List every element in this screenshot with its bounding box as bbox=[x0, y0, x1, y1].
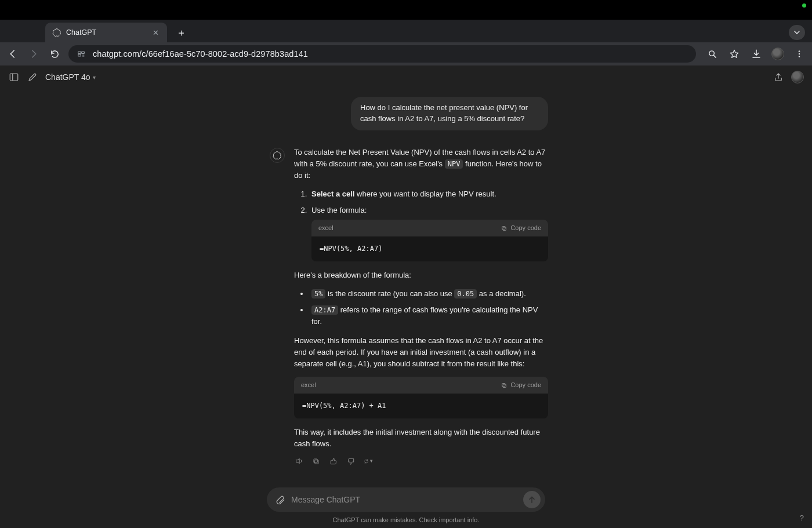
window-controls bbox=[802, 3, 806, 8]
close-tab-icon[interactable]: ✕ bbox=[151, 28, 160, 37]
step-1: Select a cell where you want to display … bbox=[309, 188, 548, 200]
step-2: Use the formula: excel Copy code =NPV(5%… bbox=[309, 205, 548, 261]
svg-point-3 bbox=[709, 50, 714, 56]
tab-title: ChatGPT bbox=[66, 28, 146, 37]
inline-code-range: A2:A7 bbox=[311, 305, 338, 315]
code-header-2: excel Copy code bbox=[294, 377, 548, 394]
reload-button[interactable] bbox=[48, 47, 61, 61]
chevron-down-icon: ▾ bbox=[93, 74, 96, 81]
conversation-thread: How do I calculate the net present value… bbox=[270, 89, 548, 466]
regenerate-chevron-icon: ▾ bbox=[370, 457, 373, 465]
browser-toolbar: chatgpt.com/c/66ef16ae-5c70-8002-acd9-d2… bbox=[0, 42, 812, 65]
svg-rect-10 bbox=[503, 384, 506, 388]
chat-page: How do I calculate the net present value… bbox=[0, 89, 812, 528]
inline-code-npv: NPV bbox=[445, 159, 463, 169]
browser-menu-icon[interactable] bbox=[792, 47, 806, 61]
search-icon[interactable] bbox=[705, 47, 719, 61]
browser-tabstrip: ChatGPT ✕ ＋ bbox=[0, 20, 812, 42]
share-icon[interactable] bbox=[773, 71, 784, 83]
message-actions: ▾ bbox=[294, 457, 548, 466]
assistant-avatar bbox=[270, 148, 285, 163]
code-lang: excel bbox=[318, 223, 334, 233]
svg-rect-13 bbox=[314, 459, 317, 463]
new-tab-button[interactable]: ＋ bbox=[173, 24, 189, 41]
thumbs-up-icon[interactable] bbox=[329, 457, 338, 466]
copy-code-button[interactable]: Copy code bbox=[501, 223, 541, 233]
code-body: =NPV(5%, A2:A7) bbox=[311, 236, 548, 261]
svg-rect-9 bbox=[502, 226, 506, 230]
profile-avatar-app[interactable] bbox=[791, 71, 804, 83]
svg-point-6 bbox=[799, 56, 800, 57]
address-bar[interactable]: chatgpt.com/c/66ef16ae-5c70-8002-acd9-d2… bbox=[68, 45, 696, 63]
svg-point-5 bbox=[799, 53, 800, 54]
message-input[interactable] bbox=[291, 495, 517, 504]
model-selector[interactable]: ChatGPT 4o ▾ bbox=[45, 72, 96, 82]
thumbs-down-icon[interactable] bbox=[346, 457, 356, 466]
svg-point-4 bbox=[799, 50, 800, 52]
regenerate-icon[interactable]: ▾ bbox=[364, 457, 373, 466]
sidebar-toggle-icon[interactable] bbox=[8, 71, 20, 83]
closing-para: This way, it includes the initial invest… bbox=[294, 427, 548, 450]
user-message-bubble: How do I calculate the net present value… bbox=[351, 97, 548, 130]
code-block-1: excel Copy code =NPV(5%, A2:A7) bbox=[311, 220, 548, 261]
breakdown-item-2: A2:A7 refers to the range of cash flows … bbox=[309, 304, 548, 327]
assistant-message: To calculate the Net Present Value (NPV)… bbox=[270, 147, 548, 466]
composer-area: ChatGPT can make mistakes. Check importa… bbox=[0, 487, 812, 528]
bookmark-icon[interactable] bbox=[727, 47, 741, 61]
assistant-intro: To calculate the Net Present Value (NPV)… bbox=[294, 147, 548, 181]
svg-rect-11 bbox=[502, 383, 506, 387]
breakdown-list: 5% is the discount rate (you can also us… bbox=[306, 288, 548, 327]
model-name: ChatGPT 4o bbox=[45, 72, 90, 82]
downloads-icon[interactable] bbox=[749, 47, 763, 61]
svg-rect-7 bbox=[10, 74, 18, 81]
code-block-2: excel Copy code =NPV(5%, A2:A7) + A1 bbox=[294, 377, 548, 418]
send-button[interactable] bbox=[523, 491, 541, 508]
svg-rect-2 bbox=[78, 54, 81, 56]
new-chat-icon[interactable] bbox=[27, 71, 38, 83]
url-text: chatgpt.com/c/66ef16ae-5c70-8002-acd9-d2… bbox=[93, 49, 308, 59]
inline-code-5pct: 5% bbox=[311, 289, 325, 298]
copy-code-button-2[interactable]: Copy code bbox=[501, 380, 541, 390]
message-composer[interactable] bbox=[267, 487, 545, 512]
steps-list: Select a cell where you want to display … bbox=[306, 188, 548, 261]
read-aloud-icon[interactable] bbox=[294, 457, 303, 466]
attach-icon[interactable] bbox=[275, 494, 285, 505]
help-button[interactable]: ? bbox=[800, 514, 804, 522]
svg-rect-8 bbox=[503, 227, 506, 231]
chatgpt-header: ChatGPT 4o ▾ bbox=[0, 65, 812, 89]
breakdown-item-1: 5% is the discount rate (you can also us… bbox=[309, 288, 548, 300]
svg-rect-0 bbox=[78, 52, 81, 53]
forward-button[interactable] bbox=[27, 47, 41, 61]
assistant-body: To calculate the Net Present Value (NPV)… bbox=[294, 147, 548, 466]
svg-rect-1 bbox=[82, 52, 85, 53]
user-message-row: How do I calculate the net present value… bbox=[270, 97, 548, 130]
inline-code-005: 0.05 bbox=[454, 289, 477, 298]
chatgpt-favicon bbox=[52, 28, 61, 37]
disclaimer-text: ChatGPT can make mistakes. Check importa… bbox=[333, 516, 480, 523]
profile-avatar-browser[interactable] bbox=[771, 48, 784, 60]
tab-overflow-button[interactable] bbox=[789, 25, 805, 40]
browser-tab-active[interactable]: ChatGPT ✕ bbox=[45, 23, 167, 42]
however-para: However, this formula assumes that the c… bbox=[294, 335, 548, 370]
code-header: excel Copy code bbox=[311, 220, 548, 236]
code-body-2: =NPV(5%, A2:A7) + A1 bbox=[294, 394, 548, 418]
breakdown-intro: Here's a breakdown of the formula: bbox=[294, 270, 548, 281]
traffic-light-green bbox=[802, 3, 806, 8]
user-message-text: How do I calculate the net present value… bbox=[360, 103, 528, 123]
code-lang-2: excel bbox=[301, 380, 316, 390]
back-button[interactable] bbox=[6, 47, 20, 61]
copy-message-icon[interactable] bbox=[311, 457, 321, 466]
svg-rect-12 bbox=[315, 460, 318, 464]
site-info-icon[interactable] bbox=[75, 48, 87, 60]
